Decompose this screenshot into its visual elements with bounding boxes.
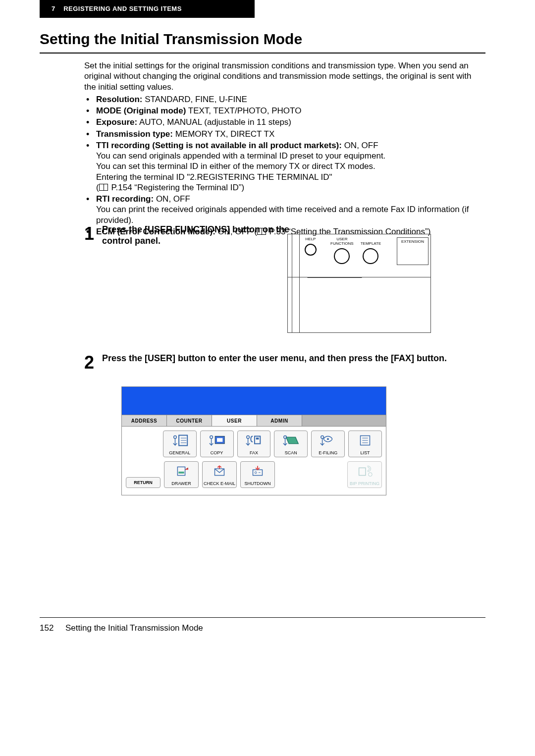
bullet-mode: MODE (Original mode) TEXT, TEXT/PHOTO, P… [84, 106, 476, 116]
step-number: 1 [84, 225, 102, 243]
tab-filler [302, 415, 386, 426]
footer-title: Setting the Initial Transmission Mode [65, 623, 203, 633]
svg-point-12 [327, 438, 329, 440]
general-label: GENERAL [169, 450, 190, 455]
bullet-label: Transmission type: [96, 129, 173, 139]
touchscreen-figure: ADDRESS COUNTER USER ADMIN GENERAL [121, 386, 386, 495]
tti-line2: You can set this terminal ID in either o… [96, 161, 476, 171]
step-text: Press the [USER FUNCTIONS] button on the… [102, 224, 290, 247]
bip-label: BIP PRINTING [350, 481, 379, 486]
bullet-value: MEMORY TX, DIRECT TX [173, 129, 274, 139]
user-functions-button[interactable]: USER FUNCTIONS [330, 237, 354, 264]
screen-body: GENERAL COPY FAX [121, 426, 386, 495]
check-email-button[interactable]: CHECK E-MAIL [202, 461, 237, 488]
drawer-button[interactable]: DRAWER [164, 461, 199, 488]
help-button[interactable]: HELP [305, 237, 317, 256]
intro-paragraph: Set the initial settings for the origina… [84, 60, 476, 92]
template-label: TEMPLATE [361, 242, 381, 246]
svg-rect-8 [255, 436, 260, 443]
svg-point-10 [247, 436, 250, 439]
bullet-label: Exposure: [96, 117, 137, 127]
help-label: HELP [306, 237, 316, 242]
book-icon [99, 184, 108, 191]
tti-line1: You can send originals appended with a t… [96, 151, 476, 161]
bullet-label: MODE (Original mode) [96, 106, 186, 115]
svg-rect-9 [256, 437, 259, 439]
general-button[interactable]: GENERAL [163, 431, 197, 457]
control-panel-figure: HELP USER FUNCTIONS TEMPLATE EXTENSION [287, 234, 431, 333]
check-email-label: CHECK E-MAIL [204, 481, 235, 486]
svg-rect-21 [253, 470, 263, 475]
user-functions-label-2: FUNCTIONS [330, 242, 354, 246]
bullet-label: TTI recording (Setting is not available … [96, 141, 342, 150]
return-button[interactable]: RETURN [126, 477, 160, 488]
tab-address[interactable]: ADDRESS [122, 415, 167, 426]
bullet-value: AUTO, MANUAL (adjustable in 11 steps) [137, 117, 291, 127]
tti-ref: ( P.154 “Registering the Terminal ID”) [96, 182, 476, 193]
rti-desc: You can print the received originals app… [96, 204, 476, 225]
svg-point-4 [173, 436, 176, 439]
page-number: 152 [40, 623, 54, 633]
tabs-row: ADDRESS COUNTER USER ADMIN [121, 415, 386, 426]
svg-point-25 [369, 473, 373, 477]
scan-button[interactable]: SCAN [274, 431, 308, 457]
chapter-tab: 7 REGISTERING AND SETTING ITEMS [40, 0, 255, 18]
bullet-value: STANDARD, FINE, U-FINE [143, 95, 247, 104]
general-icon [170, 434, 189, 447]
screen-header-bar [121, 386, 386, 415]
copy-button[interactable]: COPY [200, 431, 234, 457]
body-text: Set the initial settings for the origina… [84, 60, 476, 238]
tab-user[interactable]: USER [212, 415, 257, 426]
list-button[interactable]: LIST [348, 431, 382, 457]
fax-icon [244, 434, 263, 447]
bip-printing-button[interactable]: BIP PRINTING [347, 461, 382, 488]
svg-rect-24 [359, 468, 366, 475]
footer-rule [40, 617, 485, 618]
bip-printing-icon [355, 465, 374, 478]
svg-point-13 [321, 436, 324, 439]
tab-admin[interactable]: ADMIN [257, 415, 302, 426]
bullet-rti: RTI recording: ON, OFF You can print the… [84, 194, 476, 225]
return-label: RETURN [134, 480, 153, 485]
step-2: 2 Press the [USER] button to enter the u… [84, 353, 476, 372]
drawer-icon [172, 465, 191, 478]
svg-point-22 [255, 472, 257, 474]
chapter-title: REGISTERING AND SETTING ITEMS [63, 5, 182, 12]
template-button[interactable]: TEMPLATE [361, 237, 381, 264]
scan-label: SCAN [285, 450, 297, 455]
scan-icon [281, 434, 300, 447]
efiling-button[interactable]: E-FILING [311, 431, 345, 457]
svg-rect-6 [217, 438, 222, 442]
extension-slot: EXTENSION [397, 237, 428, 265]
efiling-icon [319, 434, 337, 447]
bullet-resolution: Resolution: STANDARD, FINE, U-FINE [84, 94, 476, 105]
bullet-value: ON, OFF [154, 194, 190, 204]
bullet-value: ON, OFF [342, 141, 378, 150]
svg-point-7 [210, 436, 213, 439]
step-text: Press the [USER] button to enter the use… [102, 353, 476, 364]
bullet-exposure: Exposure: AUTO, MANUAL (adjustable in 11… [84, 117, 476, 127]
shutdown-icon [248, 465, 267, 478]
bullet-tti: TTI recording (Setting is not available … [84, 140, 476, 193]
chapter-number: 7 [52, 5, 55, 12]
shutdown-button[interactable]: SHUTDOWN [240, 461, 275, 488]
extension-label: EXTENSION [401, 239, 424, 244]
section-title: Setting the Initial Transmission Mode [40, 31, 485, 54]
copy-label: COPY [211, 450, 223, 455]
shutdown-label: SHUTDOWN [245, 481, 271, 486]
bullet-value: TEXT, TEXT/PHOTO, PHOTO [186, 106, 301, 115]
fax-button[interactable]: FAX [237, 431, 271, 457]
tti-line3: Entering the terminal ID "2.REGISTERING … [96, 172, 476, 182]
tab-counter[interactable]: COUNTER [167, 415, 212, 426]
bullet-txtype: Transmission type: MEMORY TX, DIRECT TX [84, 129, 476, 139]
efiling-label: E-FILING [319, 450, 337, 455]
bullet-label: Resolution: [96, 95, 143, 104]
list-label: LIST [361, 450, 370, 455]
svg-rect-18 [177, 467, 185, 475]
list-icon [356, 434, 374, 447]
check-email-icon [210, 465, 229, 478]
svg-rect-19 [178, 472, 184, 474]
copy-icon [208, 434, 226, 447]
step-number: 2 [84, 354, 102, 372]
page-footer: 152 Setting the Initial Transmission Mod… [40, 623, 203, 633]
